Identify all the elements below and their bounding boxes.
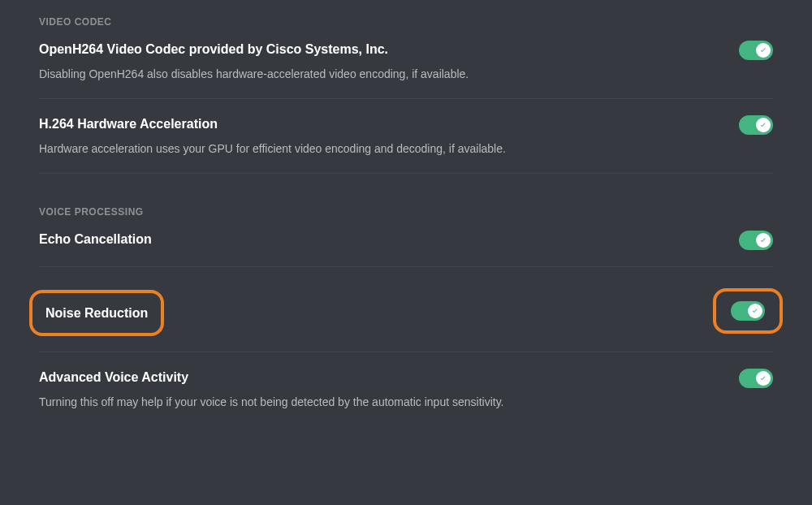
divider xyxy=(39,173,773,174)
setting-row-advanced-voice-activity: Advanced Voice Activity Turning this off… xyxy=(39,369,773,426)
toggle-h264-hw[interactable] xyxy=(739,115,773,135)
section-header-video-codec: VIDEO CODEC xyxy=(39,16,773,28)
section-header-voice-processing: VOICE PROCESSING xyxy=(39,206,773,218)
divider xyxy=(39,98,773,99)
setting-desc-advanced-voice-activity: Turning this off may help if your voice … xyxy=(39,395,719,411)
setting-title-noise-reduction: Noise Reduction xyxy=(45,304,148,322)
check-icon xyxy=(758,373,768,383)
toggle-noise-reduction[interactable] xyxy=(731,301,765,321)
setting-desc-h264-hw: Hardware acceleration uses your GPU for … xyxy=(39,141,719,158)
toggle-knob xyxy=(756,43,771,58)
toggle-advanced-voice-activity[interactable] xyxy=(739,369,773,388)
toggle-knob xyxy=(756,233,771,248)
setting-text: H.264 Hardware Acceleration Hardware acc… xyxy=(39,115,739,157)
setting-row-openh264: OpenH264 Video Codec provided by Cisco S… xyxy=(39,41,773,98)
check-icon xyxy=(758,235,768,245)
toggle-knob xyxy=(756,371,771,386)
toggle-echo-cancellation[interactable] xyxy=(739,231,773,250)
highlight-box-label: Noise Reduction xyxy=(29,290,164,337)
setting-row-echo-cancellation: Echo Cancellation xyxy=(39,231,773,266)
setting-text: Echo Cancellation xyxy=(39,231,739,248)
setting-title-advanced-voice-activity: Advanced Voice Activity xyxy=(39,369,719,386)
check-icon xyxy=(750,306,760,316)
toggle-knob xyxy=(748,304,762,318)
setting-desc-openh264: Disabling OpenH264 also disables hardwar… xyxy=(39,67,719,83)
divider xyxy=(39,266,773,267)
setting-row-noise-reduction: Noise Reduction xyxy=(39,283,773,352)
setting-text: Advanced Voice Activity Turning this off… xyxy=(39,369,739,410)
toggle-openh264[interactable] xyxy=(739,41,773,60)
highlight-box-toggle xyxy=(713,288,783,334)
setting-title-h264-hw: H.264 Hardware Acceleration xyxy=(39,115,719,133)
setting-title-echo-cancellation: Echo Cancellation xyxy=(39,231,719,248)
divider xyxy=(39,352,773,352)
setting-title-openh264: OpenH264 Video Codec provided by Cisco S… xyxy=(39,41,719,58)
check-icon xyxy=(758,45,768,55)
check-icon xyxy=(758,120,768,130)
setting-row-h264-hw: H.264 Hardware Acceleration Hardware acc… xyxy=(39,115,773,173)
setting-text: OpenH264 Video Codec provided by Cisco S… xyxy=(39,41,739,82)
toggle-knob xyxy=(756,118,771,132)
